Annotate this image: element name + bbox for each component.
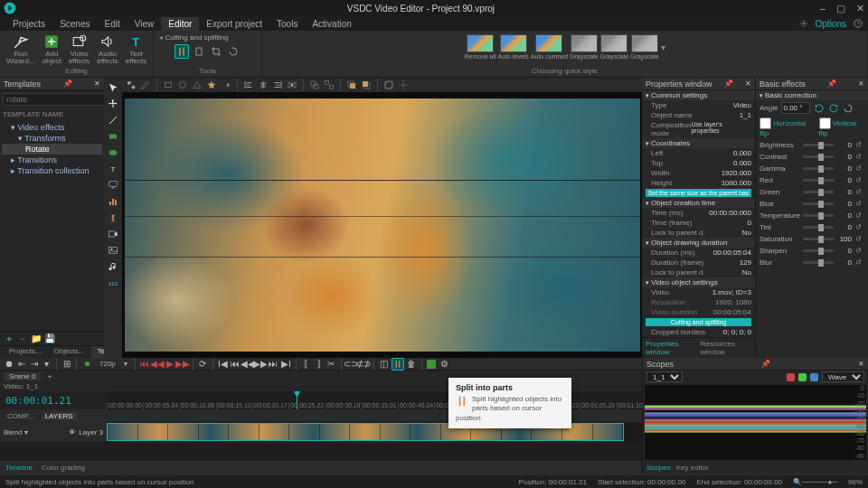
add-template-button[interactable]: ＋ xyxy=(4,333,14,344)
zoom-value[interactable]: 96% xyxy=(848,478,863,486)
tl-play-icon[interactable]: ▶ xyxy=(165,359,175,369)
video-tool[interactable] xyxy=(107,228,119,240)
rotate-ccw-icon[interactable] xyxy=(814,103,825,114)
rotate-cw-icon[interactable] xyxy=(828,103,839,114)
tab-objects[interactable]: Objects... xyxy=(49,346,90,358)
tl-skip-fwd-icon[interactable]: ⏭ xyxy=(269,359,278,369)
align-center-icon[interactable] xyxy=(258,80,269,90)
circle-shape-icon[interactable] xyxy=(177,80,188,90)
tab-resources-window[interactable]: Resources window xyxy=(701,340,751,356)
scopes-close-icon[interactable]: ✕ xyxy=(858,360,864,368)
tab-projects[interactable]: Projects... xyxy=(4,346,47,358)
tree-transforms[interactable]: ▾ Transforms xyxy=(2,133,102,144)
angle-input[interactable] xyxy=(781,102,810,114)
reset-sharpen-icon[interactable]: ↺ xyxy=(855,247,864,255)
text-effects-button[interactable]: T Text effects xyxy=(123,33,149,66)
bring-front-icon[interactable] xyxy=(346,80,357,90)
same-size-button[interactable]: Set the same size as the parent has xyxy=(646,189,751,197)
slider-tint[interactable] xyxy=(803,226,834,229)
quick-style-more[interactable]: ▾ xyxy=(661,42,665,52)
tl-trim-icon[interactable]: ✂ xyxy=(326,359,336,369)
tl-record-icon[interactable]: ⏺ xyxy=(4,359,14,369)
panel-close-icon[interactable]: ✕ xyxy=(94,80,100,88)
tooltip-tool[interactable] xyxy=(107,179,119,192)
audio-tool[interactable] xyxy=(107,260,119,273)
quick-style-grayscale-2[interactable]: Grayscale xyxy=(600,34,629,60)
mask-icon[interactable] xyxy=(383,80,394,90)
line-tool[interactable] xyxy=(107,114,119,127)
sec-coords[interactable]: Coordinates xyxy=(642,138,755,148)
close-button[interactable]: ✕ xyxy=(856,3,864,14)
slider-sharpen[interactable] xyxy=(803,249,834,252)
sec-creation[interactable]: Object creation time xyxy=(642,198,755,208)
quick-style-grayscale-3[interactable]: Grayscale xyxy=(630,34,659,60)
pin-icon[interactable]: 📌 xyxy=(63,80,72,88)
slider-temperature[interactable] xyxy=(803,214,834,217)
cut-edit-button[interactable]: Cutting and splitting xyxy=(646,318,751,326)
star-shape-icon[interactable] xyxy=(206,80,217,90)
minimize-button[interactable]: – xyxy=(820,3,826,14)
tl-snap-icon[interactable]: ⊞ xyxy=(61,359,71,369)
tab-scopes[interactable]: Scopes xyxy=(646,464,671,472)
sec-drawdur[interactable]: Object drawing duration xyxy=(642,238,755,248)
effects-close-icon[interactable]: ✕ xyxy=(858,80,864,88)
layer-name[interactable]: Layer 3 xyxy=(79,428,103,436)
tl-step-fwd-icon[interactable]: ▶▶ xyxy=(178,359,188,369)
counter-tool[interactable]: 123 xyxy=(107,277,119,289)
sec-common[interactable]: Common settings xyxy=(642,90,755,100)
resolution-label[interactable]: 720p xyxy=(97,360,118,368)
pen-icon[interactable] xyxy=(140,80,151,90)
tl-goto-start-icon[interactable]: ⏮ xyxy=(140,359,150,369)
scopes-pin-icon[interactable]: 📌 xyxy=(761,360,770,368)
hflip-checkbox[interactable]: Horizontal flip xyxy=(760,117,814,137)
res-dropdown[interactable]: ▾ xyxy=(121,360,130,368)
ellipse-tool[interactable] xyxy=(107,146,119,159)
scope-blue-toggle[interactable] xyxy=(810,373,818,381)
reset-angle-icon[interactable] xyxy=(843,103,854,114)
tl-next-frame-icon[interactable]: ▶Ⅰ xyxy=(281,359,291,369)
template-folder-button[interactable]: 📁 xyxy=(31,333,42,344)
arrow-shape-icon[interactable] xyxy=(221,80,231,90)
align-left-icon[interactable] xyxy=(243,80,254,90)
tab-properties-window[interactable]: Properties window xyxy=(646,340,695,356)
tab-timeline[interactable]: Timeline xyxy=(5,464,33,472)
object-name-value[interactable]: 1_1 xyxy=(740,111,751,119)
tl-crop-icon[interactable]: ◫ xyxy=(379,359,389,369)
props-pin-icon[interactable]: 📌 xyxy=(724,80,733,88)
split-tool-button[interactable] xyxy=(175,44,189,59)
group-icon[interactable] xyxy=(309,80,320,90)
tl-link-icon[interactable]: ⊂⊃ xyxy=(346,359,356,369)
rotate-tool-button[interactable] xyxy=(226,44,241,59)
cursor-tool[interactable] xyxy=(107,81,119,94)
tab-comp[interactable]: COMP... xyxy=(4,412,38,420)
shape-picker-icon[interactable] xyxy=(126,80,137,90)
reset-blur-icon[interactable]: ↺ xyxy=(855,258,864,267)
drag-tool[interactable] xyxy=(107,98,119,110)
slider-blue[interactable] xyxy=(803,202,834,205)
blend-label[interactable]: Blend xyxy=(4,428,22,436)
props-close-icon[interactable]: ✕ xyxy=(745,80,751,88)
reset-green-icon[interactable]: ↺ xyxy=(855,188,864,196)
tl-delete-icon[interactable]: 🗑 xyxy=(407,359,417,369)
reset-saturation-icon[interactable]: ↺ xyxy=(855,235,864,243)
tl-cut-out-icon[interactable]: ⟧ xyxy=(314,359,324,369)
chart-tool[interactable] xyxy=(107,195,119,208)
crop-tool-button[interactable] xyxy=(209,44,223,59)
menu-tools[interactable]: Tools xyxy=(269,17,305,31)
tl-color-picker-icon[interactable] xyxy=(427,359,437,369)
menu-editor[interactable]: Editor xyxy=(161,17,199,31)
maximize-button[interactable]: ▢ xyxy=(836,3,845,14)
menu-export[interactable]: Export project xyxy=(199,17,269,31)
template-save-button[interactable]: 💾 xyxy=(44,333,55,344)
tree-transitions[interactable]: ▸ Transitions xyxy=(2,155,102,165)
slider-saturation[interactable] xyxy=(803,238,834,240)
add-object-button[interactable]: Add object xyxy=(40,33,64,66)
help-icon[interactable]: ? xyxy=(854,19,863,28)
slider-red[interactable] xyxy=(803,179,834,182)
menu-edit[interactable]: Edit xyxy=(97,17,127,31)
video-effects-button[interactable]: Video effects xyxy=(66,33,92,66)
slider-gamma[interactable] xyxy=(803,167,834,170)
distribute-icon[interactable] xyxy=(287,80,297,90)
tab-key-editor[interactable]: Key editor xyxy=(676,464,709,472)
scope-green-toggle[interactable] xyxy=(798,373,807,381)
